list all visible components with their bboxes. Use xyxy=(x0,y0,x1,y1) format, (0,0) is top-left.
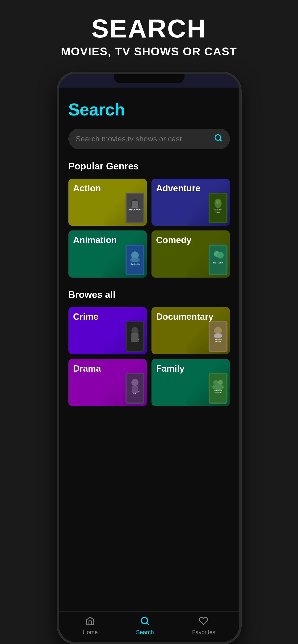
genre-label-family: Family xyxy=(156,364,185,374)
svg-text:the Middle: the Middle xyxy=(214,392,222,393)
poster-drama: 13 REASONS WHY xyxy=(125,373,144,404)
genre-image-family: Malcolm in the Middle xyxy=(187,359,230,406)
svg-point-12 xyxy=(216,200,220,204)
svg-text:Book: Book xyxy=(216,211,220,213)
popular-genres-grid: Action MECHANIC xyxy=(68,178,230,278)
svg-point-39 xyxy=(131,379,138,386)
svg-point-33 xyxy=(214,327,222,334)
genre-label-animation: Animation xyxy=(73,235,117,245)
genre-label-action: Action xyxy=(73,183,101,194)
genre-label-documentary: Documentary xyxy=(156,312,214,322)
genre-card-action[interactable]: Action MECHANIC xyxy=(68,178,147,226)
svg-rect-6 xyxy=(132,201,138,208)
power-button xyxy=(240,156,241,185)
volume-up-button xyxy=(57,145,58,164)
svg-text:Network: Network xyxy=(215,341,221,342)
favorites-icon xyxy=(199,616,208,628)
svg-point-45 xyxy=(213,380,218,385)
genre-card-family[interactable]: Family Malcolm in the Middle xyxy=(152,359,230,406)
nav-item-home[interactable]: Home xyxy=(83,616,98,636)
svg-line-49 xyxy=(147,622,148,624)
svg-point-46 xyxy=(218,380,223,385)
popular-genres-title: Popular Genres xyxy=(68,161,230,172)
page-subtitle: MOVIES, TV SHOWS OR CAST xyxy=(10,45,288,58)
svg-text:Cinderella: Cinderella xyxy=(130,263,139,265)
svg-text:Rick and M: Rick and M xyxy=(213,262,223,264)
genre-image-drama: 13 REASONS WHY xyxy=(104,359,147,406)
svg-text:MECHANIC: MECHANIC xyxy=(129,208,141,211)
svg-point-34 xyxy=(214,334,222,338)
home-icon xyxy=(85,616,95,628)
svg-text:The Jungle: The Jungle xyxy=(214,209,222,211)
browse-all-grid: Crime PEAKY BLINDERS xyxy=(68,307,230,406)
svg-rect-40 xyxy=(132,386,138,393)
genre-card-crime[interactable]: Crime PEAKY BLINDERS xyxy=(68,307,147,354)
search-screen-title: Search xyxy=(68,100,230,119)
genre-card-adventure[interactable]: Adventure The Jungle Book xyxy=(152,178,230,226)
poster-crime: PEAKY BLINDERS xyxy=(125,321,144,352)
volume-down-button xyxy=(57,168,58,187)
nav-label-favorites: Favorites xyxy=(192,629,215,636)
svg-rect-19 xyxy=(210,246,226,274)
genre-card-documentary[interactable]: Documentary The Social Network xyxy=(152,307,230,354)
svg-point-22 xyxy=(217,252,224,258)
bottom-nav: Home Search Favorites xyxy=(59,612,239,642)
svg-point-47 xyxy=(212,384,224,390)
nav-label-search: Search xyxy=(136,629,154,636)
svg-rect-28 xyxy=(131,333,138,342)
svg-point-17 xyxy=(130,258,140,262)
search-bar[interactable] xyxy=(68,129,230,149)
genre-image-action: MECHANIC xyxy=(104,178,147,226)
phone-screen: Search Popular Genres Action xyxy=(59,74,239,642)
search-icon[interactable] xyxy=(214,134,222,144)
search-nav-icon xyxy=(140,616,150,628)
genre-label-comedy: Comedy xyxy=(156,235,192,245)
genre-label-crime: Crime xyxy=(73,312,99,322)
genre-card-animation[interactable]: Animation Cinderella xyxy=(68,230,147,278)
poster-documentary: The Social Network xyxy=(209,321,227,352)
page-title: SEARCH xyxy=(10,14,288,43)
search-input[interactable] xyxy=(76,134,214,143)
browse-all-title: Browes all xyxy=(68,289,230,300)
nav-item-search[interactable]: Search xyxy=(136,616,154,636)
genre-image-comedy: Rick and M xyxy=(187,230,230,278)
genre-label-adventure: Adventure xyxy=(156,183,201,194)
phone-notch xyxy=(114,74,185,84)
nav-item-favorites[interactable]: Favorites xyxy=(192,616,215,636)
nav-label-home: Home xyxy=(83,629,98,636)
app-content: Search Popular Genres Action xyxy=(59,88,239,612)
genre-card-drama[interactable]: Drama 13 REASONS WHY xyxy=(68,359,147,406)
genre-label-drama: Drama xyxy=(73,364,101,374)
poster-adventure: The Jungle Book xyxy=(209,193,227,224)
svg-line-1 xyxy=(220,140,221,141)
genre-image-crime: PEAKY BLINDERS xyxy=(104,307,147,354)
poster-family: Malcolm in the Middle xyxy=(209,373,227,404)
poster-animation: Cinderella xyxy=(125,244,144,275)
poster-comedy: Rick and M xyxy=(209,244,227,275)
svg-text:The Social: The Social xyxy=(214,339,221,340)
genre-card-comedy[interactable]: Comedy Rick and M xyxy=(152,230,230,278)
phone-frame: Search Popular Genres Action xyxy=(57,72,241,644)
poster-action: MECHANIC xyxy=(125,193,144,224)
page-header: SEARCH MOVIES, TV SHOWS OR CAST xyxy=(0,0,298,68)
